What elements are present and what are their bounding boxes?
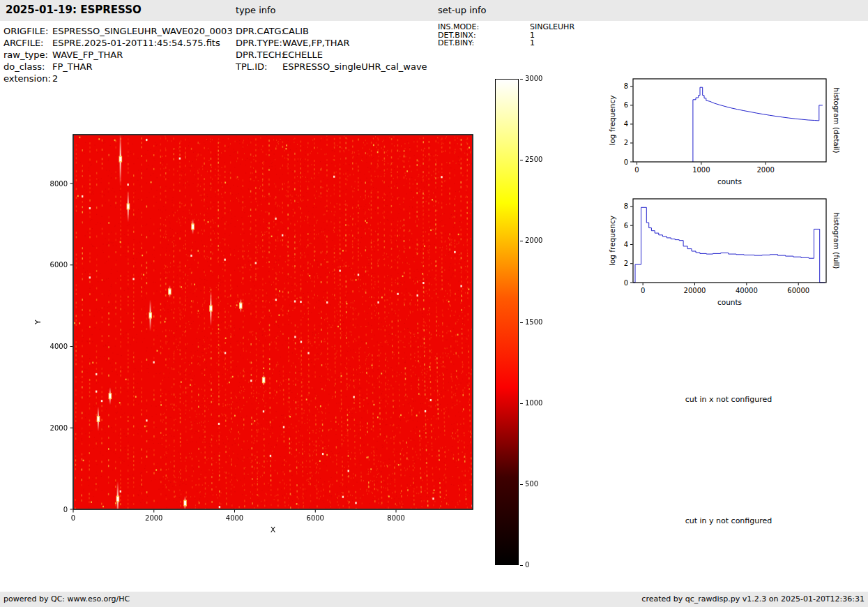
histogram-border <box>633 199 826 283</box>
colorbar: 050010001500200025003000 <box>495 79 561 567</box>
y-axis-label: log frequency <box>608 95 616 145</box>
meta-row: ARCFILE: ESPRE.2025-01-20T11:45:54.575.f… <box>3 37 233 49</box>
histogram-line <box>693 87 823 162</box>
meta-row: INS.MODE: SINGLEUHR <box>438 23 574 31</box>
colorbar-tick <box>520 403 523 404</box>
meta-row: DET.BINY: 1 <box>438 39 574 47</box>
meta-row: do_class: FP_THAR <box>3 61 233 73</box>
setup-info-heading: set-up info <box>438 5 487 15</box>
file-info-block: ORIGFILE: ESPRESSO_SINGLEUHR_WAVE020_000… <box>3 25 233 84</box>
meta-label-tplid: TPL.ID: <box>236 61 282 73</box>
meta-value-detbiny: 1 <box>530 39 535 47</box>
y-tick-label: 8 <box>624 82 628 90</box>
y-tick-label: 8000 <box>50 180 68 188</box>
footer-bar: powered by QC: www.eso.org/HC created by… <box>0 592 868 607</box>
colorbar-tick-label: 1500 <box>525 317 542 327</box>
x-tick-label: 0 <box>641 287 645 294</box>
meta-label-insmode: INS.MODE: <box>438 23 530 31</box>
meta-value-dprtype: WAVE,FP,THAR <box>282 37 350 49</box>
colorbar-tick <box>520 241 523 241</box>
x-axis-label: counts <box>717 177 742 186</box>
meta-value-dprtech: ECHELLE <box>282 49 323 61</box>
colorbar-tick <box>520 160 523 160</box>
footer-right: created by qc_rawdisp.py v1.2.3 on 2025-… <box>641 594 865 604</box>
y-tick-label: 0 <box>624 279 628 287</box>
x-tick-label: 2000 <box>756 166 774 174</box>
colorbar-tick-label: 2000 <box>525 236 542 246</box>
colorbar-tick-label: 1000 <box>525 398 542 408</box>
colorbar-ticks: 050010001500200025003000 <box>495 79 561 567</box>
meta-row: raw_type: WAVE_FP_THAR <box>3 49 233 61</box>
meta-value-rawtype: WAVE_FP_THAR <box>52 49 123 61</box>
meta-label-dprcatg: DPR.CATG: <box>236 25 282 37</box>
y-tick-label: 4000 <box>50 343 68 350</box>
colorbar-tick-label: 0 <box>525 560 529 570</box>
x-tick-label: 0 <box>634 166 639 174</box>
meta-value-tplid: ESPRESSO_singleUHR_cal_wave <box>282 61 427 73</box>
x-tick-label: 6000 <box>307 514 324 522</box>
meta-value-extension: 2 <box>52 73 58 84</box>
meta-row: ORIGFILE: ESPRESSO_SINGLEUHR_WAVE020_000… <box>3 25 233 37</box>
colorbar-tick-label: 2500 <box>525 155 542 165</box>
histogram-detail: 01000200002468countslog frequencyhistogr… <box>607 70 858 195</box>
right-axis-label: histogram (full) <box>832 213 841 269</box>
x-tick-label: 8000 <box>387 514 404 522</box>
meta-label-doclass: do_class: <box>3 61 52 73</box>
cut-x-text: cut in x not configured <box>631 395 826 404</box>
colorbar-tick-label: 3000 <box>525 74 542 84</box>
meta-label-arcfile: ARCFILE: <box>3 37 52 49</box>
main-plot-border <box>73 135 473 509</box>
y-tick-label: 6 <box>624 101 628 109</box>
x-axis-label: counts <box>717 298 742 306</box>
y-tick-label: 6 <box>624 222 628 230</box>
right-axis-label: histogram (detail) <box>832 87 841 153</box>
y-tick-label: 4 <box>624 120 628 128</box>
x-axis-label: X <box>271 525 276 534</box>
y-tick-label: 8 <box>624 202 628 210</box>
y-axis-label: Y <box>33 320 43 325</box>
meta-label-rawtype: raw_type: <box>3 49 52 61</box>
header-bar: 2025-01-19: ESPRESSO type info set-up in… <box>0 0 868 21</box>
meta-label-dprtech: DPR.TECH: <box>236 49 282 61</box>
colorbar-tick <box>520 484 523 485</box>
type-info-heading: type info <box>236 5 276 15</box>
meta-value-insmode: SINGLEUHR <box>530 23 574 31</box>
colorbar-tick <box>520 565 523 566</box>
meta-value-arcfile: ESPRE.2025-01-20T11:45:54.575.fits <box>52 37 220 49</box>
meta-value-dprcatg: CALIB <box>282 25 309 37</box>
colorbar-tick <box>520 79 523 80</box>
histogram-line <box>633 207 825 283</box>
x-tick-label: 60000 <box>787 287 809 294</box>
histogram-full: 020000400006000002468countslog frequency… <box>607 190 858 315</box>
meta-label-dprtype: DPR.TYPE: <box>236 37 282 49</box>
meta-row: extension: 2 <box>3 73 233 84</box>
y-tick-label: 2000 <box>50 424 68 432</box>
histogram-border <box>633 79 826 162</box>
meta-row: DPR.TYPE: WAVE,FP,THAR <box>236 37 427 49</box>
y-tick-label: 0 <box>63 506 68 514</box>
cut-y-text: cut in y not configured <box>631 516 826 525</box>
colorbar-tick <box>520 322 523 323</box>
x-tick-label: 1000 <box>692 166 710 174</box>
x-tick-label: 4000 <box>226 514 243 522</box>
meta-value-doclass: FP_THAR <box>52 61 92 73</box>
x-tick-label: 2000 <box>145 514 162 522</box>
y-tick-label: 6000 <box>50 261 68 269</box>
setup-info-block: INS.MODE: SINGLEUHR DET.BINX: 1 DET.BINY… <box>438 23 574 47</box>
page-title: 2025-01-19: ESPRESSO <box>6 3 142 16</box>
meta-label-detbiny: DET.BINY: <box>438 39 530 47</box>
y-tick-label: 4 <box>624 241 628 248</box>
y-tick-label: 0 <box>624 158 628 166</box>
y-axis-label: log frequency <box>608 216 616 266</box>
x-tick-label: 20000 <box>684 287 706 294</box>
meta-label-extension: extension: <box>3 73 52 84</box>
meta-label-origfile: ORIGFILE: <box>3 25 52 37</box>
meta-row: DPR.CATG: CALIB <box>236 25 427 37</box>
x-tick-label: 40000 <box>736 287 758 294</box>
footer-left: powered by QC: www.eso.org/HC <box>3 594 130 604</box>
y-tick-label: 2 <box>624 260 628 267</box>
x-tick-label: 0 <box>71 514 75 522</box>
y-tick-label: 2 <box>624 139 628 147</box>
main-plot-axes: 0200040006000800002000400060008000XY <box>28 126 502 544</box>
meta-row: TPL.ID: ESPRESSO_singleUHR_cal_wave <box>236 61 427 73</box>
